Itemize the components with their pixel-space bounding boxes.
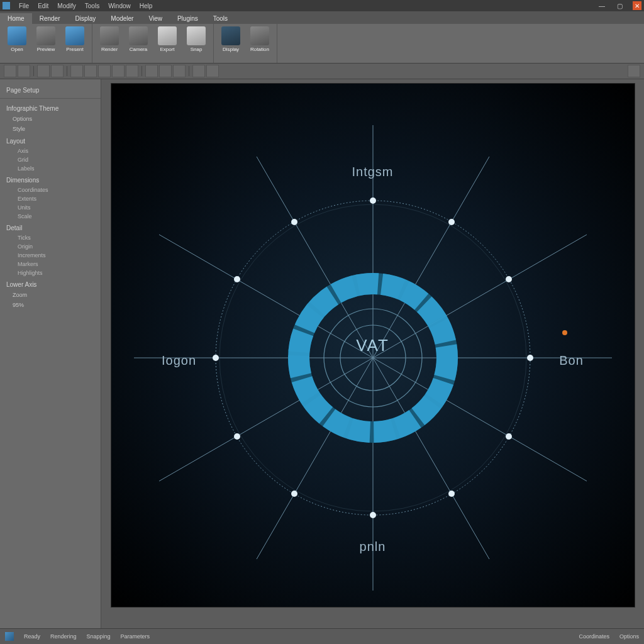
os-icon[interactable]: [5, 632, 14, 641]
status-options[interactable]: Options: [619, 633, 639, 640]
tool-undo-icon[interactable]: [37, 65, 50, 77]
sidebar-section-layout[interactable]: Layout: [0, 134, 101, 147]
ribbon-label: Open: [11, 47, 23, 52]
maximize-button[interactable]: ▢: [615, 1, 624, 10]
ribbon-preview[interactable]: Preview: [31, 25, 60, 62]
svg-point-18: [506, 433, 512, 440]
menu-file[interactable]: File: [19, 3, 29, 9]
menubar: File Edit Modify Tools Window Help — ▢ ✕: [0, 0, 644, 11]
svg-point-15: [448, 219, 455, 225]
svg-point-25: [291, 219, 297, 225]
svg-point-19: [448, 491, 455, 497]
status-ready: Ready: [24, 633, 40, 640]
tool-hand-icon[interactable]: [18, 65, 30, 77]
tab-view[interactable]: View: [141, 13, 170, 24]
ribbon: Open Preview Present Render Camera Expor…: [0, 24, 644, 64]
close-button[interactable]: ✕: [633, 1, 641, 10]
axis-label-top: Intgsm: [352, 165, 393, 179]
ribbon-label: Display: [223, 47, 239, 52]
tool-zoom-out-icon[interactable]: [206, 65, 219, 77]
svg-point-16: [506, 276, 512, 282]
sidebar-item-labels[interactable]: Labels: [0, 164, 101, 173]
export-icon: [158, 26, 177, 45]
svg-point-21: [291, 491, 297, 497]
sidebar-item-scale[interactable]: Scale: [0, 212, 101, 221]
ribbon-present[interactable]: Present: [60, 25, 89, 62]
sidebar-item-zoom-value[interactable]: 95%: [0, 300, 101, 310]
ribbon-group-file: Open Preview Present: [0, 24, 92, 63]
tool-zoom-in-icon[interactable]: [192, 65, 205, 77]
ribbon-open[interactable]: Open: [3, 25, 31, 62]
tool-text-icon[interactable]: [70, 65, 83, 77]
diagram-canvas[interactable]: VAT Intgsm Bon pnln Iogon: [111, 83, 635, 608]
tool-layer-icon[interactable]: [145, 65, 158, 77]
status-parameters: Parameters: [121, 633, 150, 640]
tool-align-icon[interactable]: [98, 65, 111, 77]
ribbon-label: Rotation: [250, 47, 269, 52]
ribbon-label: Snap: [191, 47, 203, 52]
tool-pointer-icon[interactable]: [4, 65, 16, 77]
tool-snap-icon[interactable]: [126, 65, 138, 77]
sidebar-item-highlights[interactable]: Highlights: [0, 269, 101, 277]
tool-group-icon[interactable]: [159, 65, 172, 77]
sidebar-item-increments[interactable]: Increments: [0, 251, 101, 260]
sidebar-section-theme[interactable]: Infographic Theme: [0, 101, 101, 114]
tab-render[interactable]: Render: [32, 13, 68, 24]
tab-display[interactable]: Display: [68, 13, 104, 24]
status-coordinates: Coordinates: [579, 633, 609, 640]
tool-settings-icon[interactable]: [628, 65, 640, 77]
axis-label-right: Bon: [559, 353, 584, 368]
ribbon-camera[interactable]: Camera: [124, 25, 153, 62]
menu-tools[interactable]: Tools: [85, 3, 99, 9]
menu-help[interactable]: Help: [140, 3, 153, 9]
sidebar-item-grid[interactable]: Grid: [0, 155, 101, 164]
sidebar: Page Setup Infographic Theme Options Sty…: [0, 79, 101, 630]
sidebar-item-zoom[interactable]: Zoom: [0, 290, 101, 300]
sidebar-item-axis[interactable]: Axis: [0, 147, 101, 155]
sidebar-item-units[interactable]: Units: [0, 203, 101, 212]
menu-window[interactable]: Window: [108, 3, 131, 9]
canvas-area: VAT Intgsm Bon pnln Iogon: [101, 79, 644, 630]
tool-grid-icon[interactable]: [112, 65, 125, 77]
minimize-button[interactable]: —: [597, 1, 606, 10]
ribbon-export[interactable]: Export: [153, 25, 182, 62]
ribbon-display[interactable]: Display: [216, 25, 245, 62]
sidebar-item-ticks[interactable]: Ticks: [0, 233, 101, 242]
tab-home[interactable]: Home: [0, 13, 32, 24]
tab-modeler[interactable]: Modeler: [103, 13, 141, 24]
highlight-marker-icon: [562, 330, 567, 335]
tool-lock-icon[interactable]: [173, 65, 186, 77]
ribbon-tabs: Home Render Display Modeler View Plugins…: [0, 11, 644, 24]
toolbar-secondary: [0, 64, 644, 79]
camera-icon: [129, 26, 148, 45]
tab-tools[interactable]: Tools: [206, 13, 235, 24]
axis-label-bottom: pnln: [360, 540, 386, 554]
tab-plugins[interactable]: Plugins: [170, 13, 206, 24]
menu-modify[interactable]: Modify: [57, 3, 75, 9]
sidebar-item-extents[interactable]: Extents: [0, 194, 101, 203]
status-snapping: Snapping: [87, 633, 111, 640]
snap-icon: [187, 26, 206, 45]
tool-bold-icon[interactable]: [84, 65, 97, 77]
svg-point-24: [234, 276, 240, 282]
sidebar-section-lower-axis[interactable]: Lower Axis: [0, 277, 101, 290]
sidebar-item-markers[interactable]: Markers: [0, 260, 101, 269]
sidebar-item-style[interactable]: Style: [0, 124, 101, 134]
ribbon-label: Present: [66, 47, 84, 52]
sidebar-section-detail[interactable]: Detail: [0, 221, 101, 233]
sidebar-item-options[interactable]: Options: [0, 114, 101, 124]
folder-icon: [8, 26, 26, 45]
ribbon-label: Export: [160, 47, 174, 52]
svg-point-14: [370, 197, 376, 204]
ribbon-snap[interactable]: Snap: [182, 25, 211, 62]
menu-edit[interactable]: Edit: [38, 3, 48, 9]
sidebar-item-coordinates[interactable]: Coordinates: [0, 186, 101, 194]
sidebar-item-origin[interactable]: Origin: [0, 242, 101, 251]
ribbon-render[interactable]: Render: [95, 25, 124, 62]
sidebar-section-dimensions[interactable]: Dimensions: [0, 173, 101, 186]
ribbon-rotation[interactable]: Rotation: [245, 25, 274, 62]
svg-point-17: [527, 355, 533, 361]
ribbon-group-render: Render Camera Export Snap: [92, 24, 214, 63]
diagram-center-label: VAT: [356, 336, 389, 355]
tool-redo-icon[interactable]: [51, 65, 64, 77]
